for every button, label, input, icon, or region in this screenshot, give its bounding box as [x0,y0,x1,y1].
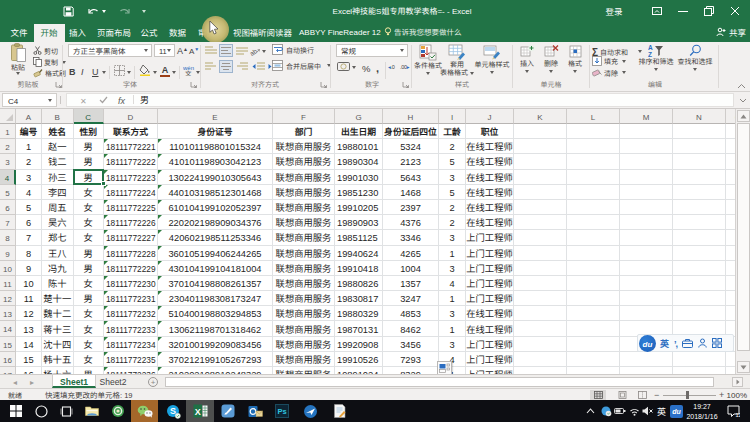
cell-N16[interactable] [673,352,726,367]
cell-A13[interactable]: 12 [16,306,42,321]
cell-I8[interactable]: 3 [439,230,466,245]
cell-F14[interactable]: 联想商用服务 [273,321,335,336]
file-explorer-button[interactable] [81,400,103,422]
cell-D2[interactable]: 18111772221 [104,139,158,154]
insert-function-icon[interactable]: fx [118,94,125,107]
ribbon-tab-home[interactable]: 开始 [34,24,65,42]
cell-K17[interactable] [514,367,567,374]
column-header-C[interactable]: C [74,109,105,124]
cell-D12[interactable]: 18111772231 [104,291,158,306]
column-header-F[interactable]: F [273,109,335,124]
notes-app-button[interactable] [217,400,239,422]
column-header-G[interactable]: G [335,109,383,124]
name-box[interactable]: C4 [2,93,57,107]
cell-K11[interactable] [514,276,567,291]
phonetic-button[interactable]: wén文 [183,64,195,76]
namebox-splitter[interactable] [60,96,61,104]
cell-L15[interactable] [567,337,620,352]
sheet-tab-Sheet2[interactable]: Sheet2 [97,375,129,388]
cell-G15[interactable]: 19920908 [335,337,383,352]
comma-button[interactable]: , [376,59,379,75]
cell-D4[interactable]: 18111772223 [104,170,158,185]
cell-F1[interactable]: 部门 [273,124,335,139]
cell-H10[interactable]: 1004 [383,261,439,276]
cell-N7[interactable] [673,215,726,230]
cell-C3[interactable]: 男 [74,154,105,169]
cell-C6[interactable]: 女 [74,200,105,215]
cell-I11[interactable]: 4 [439,276,466,291]
ribbon-display-options-button[interactable] [644,0,670,22]
expand-formula-bar-icon[interactable] [739,98,747,103]
formula-input-area[interactable] [66,93,734,107]
sheet-tab-Sheet1[interactable]: Sheet1 [52,375,96,388]
ime-logo[interactable]: du [639,335,656,352]
horizontal-scrollbar[interactable] [165,377,714,387]
bold-button[interactable]: B [69,65,76,78]
cell-B16[interactable]: 韩十五 [42,352,74,367]
page-layout-view-button[interactable] [614,390,630,400]
cell-K1[interactable] [514,124,567,139]
column-header-J[interactable]: J [466,109,514,124]
cell-L3[interactable] [567,154,620,169]
cell-N8[interactable] [673,230,726,245]
cell-I4[interactable]: 3 [439,170,466,185]
tray-battery-icon[interactable] [613,400,627,422]
cell-E5[interactable]: 440103198512301468 [158,185,273,200]
cell-D17[interactable]: 18111772236 [104,367,158,374]
cell-H1[interactable]: 身份证后四位 [383,124,439,139]
cell-D7[interactable]: 18111772226 [104,215,158,230]
cell-G16[interactable]: 19910526 [335,352,383,367]
cell-L9[interactable] [567,246,620,261]
cell-E2[interactable]: 110101198801015324 [158,139,273,154]
tray-network-icon[interactable] [627,400,641,422]
cell-F11[interactable]: 联想商用服务 [273,276,335,291]
cell-A15[interactable]: 14 [16,337,42,352]
increase-decimal-button[interactable]: ◂.0 [388,63,394,71]
cell-J6[interactable]: 在线工程师 [466,200,514,215]
tray-volume-muted-icon[interactable] [641,400,655,422]
cell-A12[interactable]: 11 [16,291,42,306]
ribbon-tab-file[interactable]: 文件 [4,22,35,42]
photoshop-app-button[interactable]: Ps [270,400,294,422]
cell-I7[interactable]: 2 [439,215,466,230]
row-header-4[interactable]: 4 [0,170,16,185]
cell-F12[interactable]: 联想商用服务 [273,291,335,306]
cell-G6[interactable]: 19910205 [335,200,383,215]
cell-G17[interactable]: 19891024 [335,367,383,374]
cell-M10[interactable] [620,261,673,276]
outlook-app-button[interactable] [243,400,267,422]
row-header-15[interactable]: 15 [0,337,16,352]
insert-cells-button[interactable]: 插入 [515,44,539,73]
cell-J15[interactable]: 上门工程师 [466,337,514,352]
ribbon-tab-foxit-reader[interactable]: 福昕阅读器 [243,22,300,42]
fill-handle[interactable] [101,181,106,186]
collapse-ribbon-button[interactable] [737,83,746,89]
ime-language-mode[interactable]: 英 [660,337,669,350]
cell-G9[interactable]: 19940624 [335,246,383,261]
cell-I6[interactable]: 2 [439,200,466,215]
wrap-text-button[interactable]: 自动换行 [272,44,314,55]
column-header-D[interactable]: D [104,109,158,124]
cell-N9[interactable] [673,246,726,261]
align-top-button[interactable] [205,46,217,56]
task-view-button[interactable] [56,400,76,422]
cell-M4[interactable] [620,170,673,185]
cell-C16[interactable]: 女 [74,352,105,367]
start-button[interactable] [6,400,26,422]
cancel-formula-icon[interactable]: ✕ [80,95,87,106]
cell-M16[interactable] [620,352,673,367]
cell-B13[interactable]: 魏十二 [42,306,74,321]
orientation-dropdown[interactable] [262,50,266,53]
row-header-16[interactable]: 16 [0,352,16,367]
cell-I13[interactable]: 3 [439,306,466,321]
italic-button[interactable]: I [81,65,84,78]
cell-D15[interactable]: 18111772234 [104,337,158,352]
cell-C15[interactable]: 女 [74,337,105,352]
cell-F6[interactable]: 联想商用服务 [273,200,335,215]
cell-N5[interactable] [673,185,726,200]
row-header-7[interactable]: 7 [0,215,16,230]
ribbon-tab-insert[interactable]: 插入 [62,22,93,42]
cell-L4[interactable] [567,170,620,185]
zoom-out-button[interactable]: − [654,389,659,400]
cell-E1[interactable]: 身份证号 [158,124,273,139]
